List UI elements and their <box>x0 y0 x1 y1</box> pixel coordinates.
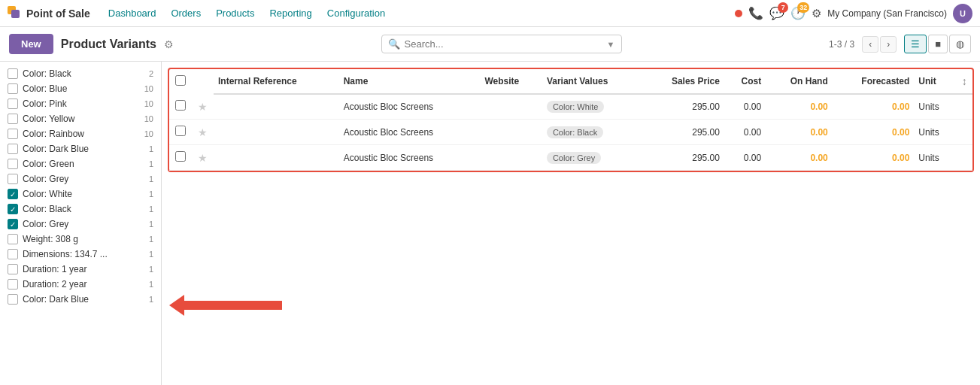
search-dropdown-icon[interactable]: ▼ <box>604 40 615 49</box>
nav-reporting[interactable]: Reporting <box>262 8 319 19</box>
search-box: 🔍 ▼ <box>381 35 622 53</box>
sidebar-count: 1 <box>149 295 153 304</box>
sidebar-checkbox[interactable] <box>8 129 18 139</box>
search-input[interactable] <box>405 38 604 50</box>
sidebar-item[interactable]: Duration: 2 year 1 <box>0 277 161 292</box>
cell-variant: Color: Black <box>542 120 642 145</box>
cell-extra <box>957 120 972 145</box>
table-wrapper: Internal Reference Name Website Variant … <box>168 68 974 172</box>
sidebar-item[interactable]: Color: Grey 1 <box>0 171 161 186</box>
sidebar-checkbox[interactable] <box>8 174 18 184</box>
row-checkbox[interactable] <box>175 100 186 111</box>
kanban-view-button[interactable]: ■ <box>928 35 948 53</box>
sidebar-count: 1 <box>149 220 153 229</box>
sidebar-checkbox[interactable]: ✓ <box>8 189 18 199</box>
cell-unit: Units <box>914 145 956 171</box>
star-icon[interactable]: ★ <box>198 126 208 138</box>
sidebar-item[interactable]: Color: Dark Blue 1 <box>0 141 161 156</box>
sidebar-item[interactable]: Dimensions: 134.7 ... 1 <box>0 247 161 262</box>
sidebar-item[interactable]: Duration: 1 year 1 <box>0 262 161 277</box>
sidebar-item[interactable]: Weight: 308 g 1 <box>0 232 161 247</box>
sidebar-checkbox[interactable] <box>8 294 18 305</box>
tools-icon[interactable]: ⚙ <box>812 7 821 20</box>
sidebar-checkbox[interactable] <box>8 234 18 244</box>
sidebar-item[interactable]: ✓ Color: White 1 <box>0 186 161 202</box>
col-forecasted: Forecasted <box>833 69 915 94</box>
nav-configuration[interactable]: Configuration <box>320 8 393 19</box>
sidebar-checkbox[interactable] <box>8 99 18 109</box>
sidebar-label: Color: White <box>23 189 144 199</box>
subheader: New Product Variants ⚙ 🔍 ▼ 1-3 / 3 ‹ › ☰… <box>0 27 980 62</box>
activity-icon[interactable]: 🕐 32 <box>790 6 806 20</box>
row-checkbox[interactable] <box>175 151 186 162</box>
cell-forecasted: 0.00 <box>833 120 915 145</box>
col-variant: Variant Values <box>542 69 642 94</box>
product-variants-table: Internal Reference Name Website Variant … <box>169 69 972 171</box>
brand[interactable]: Point of Sale <box>8 6 90 21</box>
col-unit: Unit <box>914 69 956 94</box>
cell-name: Acoustic Bloc Screens <box>339 145 481 171</box>
sidebar-label: Color: Blue <box>23 83 140 94</box>
sidebar-item[interactable]: Color: Blue 10 <box>0 81 161 96</box>
select-all-checkbox[interactable] <box>175 75 186 86</box>
sidebar-item[interactable]: Color: Green 1 <box>0 156 161 171</box>
nav-products[interactable]: Products <box>208 8 262 19</box>
sidebar-item[interactable]: Color: Dark Blue 1 <box>0 292 161 307</box>
sidebar-checkbox[interactable]: ✓ <box>8 204 18 214</box>
cell-name: Acoustic Bloc Screens <box>339 94 481 120</box>
cell-unit: Units <box>914 94 956 120</box>
chart-view-button[interactable]: ◍ <box>949 35 971 53</box>
sidebar-count: 10 <box>144 99 153 108</box>
sidebar-checkbox[interactable] <box>8 159 18 169</box>
sidebar-count: 2 <box>149 69 153 78</box>
settings-icon[interactable]: ⚙ <box>164 38 174 50</box>
sidebar-checkbox[interactable] <box>8 83 18 94</box>
phone-icon[interactable]: 📞 <box>748 6 763 20</box>
main-layout: Color: Black 2 Color: Blue 10 Color: Pin… <box>0 62 980 385</box>
nav-orders[interactable]: Orders <box>163 8 208 19</box>
sidebar-count: 1 <box>149 265 153 274</box>
table-row[interactable]: ★ Acoustic Bloc Screens Color: Grey 295.… <box>169 145 972 171</box>
col-price: Sales Price <box>642 69 724 94</box>
sidebar-checkbox[interactable] <box>8 249 18 259</box>
star-icon[interactable]: ★ <box>198 152 208 164</box>
star-icon[interactable]: ★ <box>198 101 208 113</box>
sidebar-checkbox[interactable] <box>8 114 18 124</box>
view-toggle: ☰ ■ ◍ <box>904 35 971 53</box>
chat-badge: 7 <box>778 2 788 13</box>
cell-onhand: 0.00 <box>766 145 833 171</box>
company-name: My Company (San Francisco) <box>827 8 947 19</box>
chat-icon[interactable]: 💬 7 <box>769 6 784 20</box>
sidebar-item[interactable]: Color: Pink 10 <box>0 96 161 111</box>
column-options-icon[interactable]: ↕ <box>962 75 967 87</box>
new-button[interactable]: New <box>9 34 53 54</box>
table-row[interactable]: ★ Acoustic Bloc Screens Color: White 295… <box>169 94 972 120</box>
sidebar-checkbox[interactable] <box>8 279 18 290</box>
sidebar-item[interactable]: Color: Yellow 10 <box>0 111 161 126</box>
nav-right-icons: 📞 💬 7 🕐 32 ⚙ My Company (San Francisco) … <box>735 4 972 23</box>
cell-variant: Color: Grey <box>542 145 642 171</box>
cell-onhand: 0.00 <box>766 94 833 120</box>
sidebar-checkbox[interactable] <box>8 144 18 154</box>
table-row[interactable]: ★ Acoustic Bloc Screens Color: Black 295… <box>169 120 972 145</box>
sidebar-label: Color: Black <box>23 204 144 214</box>
sidebar-checkbox[interactable] <box>8 264 18 274</box>
sidebar-item[interactable]: Color: Rainbow 10 <box>0 126 161 141</box>
pagination-controls: ‹ › <box>862 36 897 53</box>
nav-dashboard[interactable]: Dashboard <box>101 8 164 19</box>
avatar[interactable]: U <box>953 4 972 23</box>
col-website: Website <box>480 69 542 94</box>
sidebar-checkbox[interactable] <box>8 68 18 79</box>
row-checkbox[interactable] <box>175 126 186 136</box>
next-page-button[interactable]: › <box>880 36 897 53</box>
brand-name: Point of Sale <box>26 8 90 20</box>
sidebar-checkbox[interactable]: ✓ <box>8 219 18 229</box>
sidebar-label: Color: Grey <box>23 219 144 229</box>
sidebar-item[interactable]: ✓ Color: Black 1 <box>0 202 161 217</box>
sidebar-item[interactable]: Color: Black 2 <box>0 66 161 81</box>
sidebar-label: Color: Green <box>23 159 144 169</box>
col-name: Name <box>339 69 481 94</box>
list-view-button[interactable]: ☰ <box>904 35 927 53</box>
sidebar-item[interactable]: ✓ Color: Grey 1 <box>0 217 161 232</box>
prev-page-button[interactable]: ‹ <box>862 36 878 53</box>
